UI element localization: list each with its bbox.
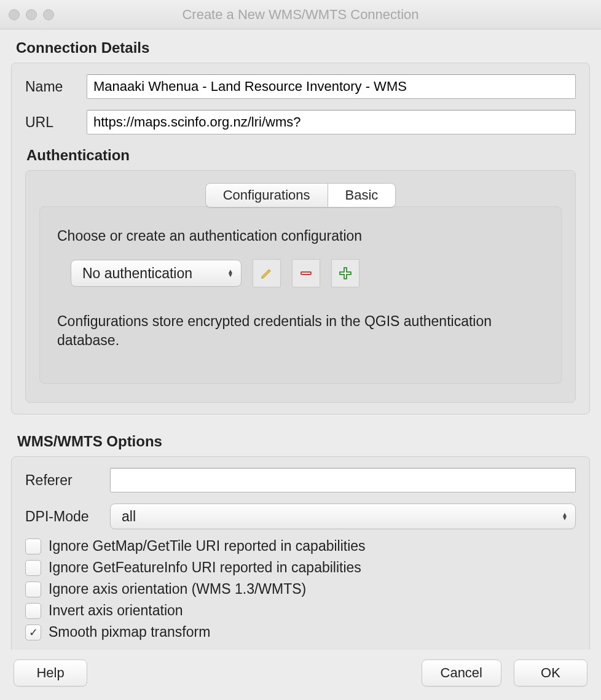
name-label: Name bbox=[25, 79, 87, 95]
zoom-window-icon[interactable] bbox=[43, 9, 54, 20]
dialog-buttonbar: Help Cancel OK bbox=[0, 650, 601, 700]
add-auth-button[interactable] bbox=[331, 259, 359, 287]
dpi-mode-select[interactable]: all ▲▼ bbox=[110, 504, 576, 529]
url-label: URL bbox=[25, 114, 87, 131]
authentication-heading: Authentication bbox=[26, 147, 576, 164]
auth-config-selected: No authentication bbox=[82, 265, 192, 282]
help-button[interactable]: Help bbox=[14, 659, 87, 686]
check-label: Ignore GetMap/GetTile URI reported in ca… bbox=[49, 538, 366, 554]
tab-basic[interactable]: Basic bbox=[328, 183, 396, 208]
updown-icon: ▲▼ bbox=[227, 270, 234, 277]
url-input[interactable] bbox=[87, 110, 576, 134]
plus-icon bbox=[338, 266, 353, 281]
options-heading: WMS/WMTS Options bbox=[17, 433, 590, 450]
updown-icon: ▲▼ bbox=[562, 513, 568, 520]
check-label: Ignore GetFeatureInfo URI reported in ca… bbox=[49, 559, 361, 576]
minimize-window-icon[interactable] bbox=[26, 9, 37, 20]
window-controls bbox=[9, 9, 54, 20]
checkbox[interactable]: ✓ bbox=[25, 581, 41, 597]
pencil-icon bbox=[260, 266, 273, 280]
options-panel: Referer DPI-Mode all ▲▼ ✓ Ignore GetMap/… bbox=[11, 456, 590, 650]
check-label: Invert axis orientation bbox=[49, 602, 183, 619]
checkbox[interactable]: ✓ bbox=[25, 560, 41, 576]
check-label: Smooth pixmap transform bbox=[49, 624, 210, 640]
referer-label: Referer bbox=[25, 472, 110, 489]
remove-auth-button[interactable] bbox=[292, 259, 320, 287]
close-window-icon[interactable] bbox=[9, 9, 20, 20]
dpi-mode-label: DPI-Mode bbox=[25, 508, 110, 525]
authentication-panel: Configurations Basic Choose or create an… bbox=[25, 170, 576, 403]
name-input[interactable] bbox=[87, 74, 576, 99]
auth-note: Configurations store encrypted credentia… bbox=[57, 312, 544, 350]
check-smooth-pixmap[interactable]: ✓ Smooth pixmap transform bbox=[25, 624, 576, 640]
checkbox[interactable]: ✓ bbox=[25, 624, 41, 640]
connection-details-panel: Name URL Authentication Configurations B… bbox=[11, 63, 590, 414]
checkbox[interactable]: ✓ bbox=[25, 539, 41, 554]
dpi-mode-value: all bbox=[122, 508, 136, 525]
minus-icon bbox=[299, 266, 313, 281]
check-ignore-getmap[interactable]: ✓ Ignore GetMap/GetTile URI reported in … bbox=[25, 538, 576, 554]
edit-auth-button[interactable] bbox=[253, 259, 281, 287]
auth-tab-body: Choose or create an authentication confi… bbox=[39, 206, 562, 384]
svg-rect-0 bbox=[301, 272, 311, 274]
window-title: Create a New WMS/WMTS Connection bbox=[0, 7, 601, 23]
check-ignore-getfeatureinfo[interactable]: ✓ Ignore GetFeatureInfo URI reported in … bbox=[25, 559, 576, 576]
connection-details-heading: Connection Details bbox=[16, 39, 585, 56]
cancel-button[interactable]: Cancel bbox=[422, 659, 501, 686]
auth-choose-text: Choose or create an authentication confi… bbox=[57, 228, 544, 244]
titlebar: Create a New WMS/WMTS Connection bbox=[0, 0, 601, 29]
ok-button[interactable]: OK bbox=[514, 659, 587, 686]
check-label: Ignore axis orientation (WMS 1.3/WMTS) bbox=[49, 581, 306, 597]
tab-configurations[interactable]: Configurations bbox=[205, 183, 328, 208]
check-invert-axis[interactable]: ✓ Invert axis orientation bbox=[25, 602, 576, 619]
checkbox[interactable]: ✓ bbox=[25, 603, 41, 619]
auth-config-select[interactable]: No authentication ▲▼ bbox=[71, 260, 242, 287]
referer-input[interactable] bbox=[110, 468, 576, 492]
check-ignore-axis-orientation[interactable]: ✓ Ignore axis orientation (WMS 1.3/WMTS) bbox=[25, 581, 576, 597]
auth-tabs: Configurations Basic bbox=[205, 183, 396, 208]
dialog-content: Connection Details Name URL Authenticati… bbox=[0, 29, 601, 650]
